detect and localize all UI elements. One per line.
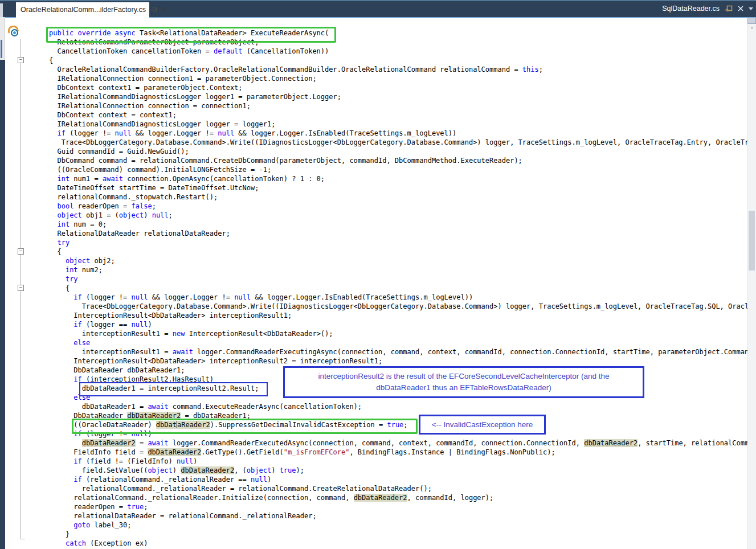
code-line[interactable]: InterceptionResult<DbDataReader> interce… [49, 357, 747, 366]
code-line[interactable]: if (relationalCommand._relationalReader … [49, 475, 747, 484]
code-line[interactable]: CancellationToken cancellationToken = de… [49, 47, 747, 56]
code-token: , startTime, relationalCommand._stopwatc… [638, 439, 747, 447]
code-line[interactable]: OracleRelationalCommandBuilderFactory.Or… [49, 65, 747, 74]
code-token [49, 257, 66, 265]
code-line[interactable]: FieldInfo field = dbDataReader2.GetType(… [49, 448, 747, 457]
code-token: ; [169, 211, 173, 219]
code-line[interactable]: { [49, 247, 747, 256]
code-line[interactable]: if (logger != null && logger.Logger != n… [49, 129, 747, 138]
code-token: (field != (FieldInfo) [82, 457, 177, 465]
close-icon[interactable] [161, 7, 167, 13]
close-preview-icon[interactable] [738, 6, 743, 11]
code-token: , commandId, logger); [407, 494, 494, 502]
code-token [49, 430, 73, 438]
splitter-handle[interactable] [747, 18, 756, 24]
code-token: ).SuppressGetDecimalInvalidCastException… [210, 421, 387, 429]
code-line[interactable]: InterceptionResult<DbDataReader> interce… [49, 311, 747, 320]
code-line[interactable]: int num1 = await connection.OpenAsync(ca… [49, 174, 747, 183]
code-line[interactable]: bool readerOpen = false; [49, 202, 747, 211]
code-token: dbDataReader2 [181, 466, 234, 474]
code-token: ) [267, 476, 271, 484]
code-line[interactable]: Guid commandId = Guid.NewGuid(); [49, 147, 747, 156]
code-line[interactable]: RelationalDataReader relationalDataReade… [49, 229, 747, 238]
fold-toggle-icon[interactable]: − [18, 57, 24, 63]
code-token: ) [144, 211, 152, 219]
code-token: label_30; [90, 521, 131, 529]
code-token: ) [148, 430, 152, 438]
code-token: connection.OpenAsync(cancellationToken) … [123, 175, 325, 183]
code-token: ; [539, 65, 543, 73]
code-line[interactable]: RelationalCommandParameterObject paramet… [49, 38, 747, 47]
tab-preview-document[interactable]: SqlDataReader.cs [662, 0, 756, 17]
code-line[interactable]: relationalCommand._relationalReader.Init… [49, 493, 747, 502]
code-token: logger.CommandReaderExecutedAsync(connec… [169, 439, 585, 447]
code-line[interactable]: if (logger != null && logger.Logger != n… [49, 293, 747, 302]
code-token: Trace<DbLoggerCategory.Database.Command>… [49, 138, 747, 146]
fold-toggle-icon[interactable]: − [18, 285, 24, 291]
vertical-scrollbar[interactable] [747, 18, 756, 549]
fold-toggle-icon[interactable]: − [18, 248, 24, 255]
code-line[interactable]: interceptionResult1 = await logger.Comma… [49, 347, 747, 357]
code-line[interactable]: if (logger != null) [49, 429, 747, 439]
code-line[interactable]: dbDataReader2 = await logger.CommandRead… [49, 439, 747, 448]
code-line[interactable]: readerOpen = true; [49, 502, 747, 511]
code-line[interactable]: { [49, 56, 747, 65]
code-line[interactable]: relationalDataReader = relationalCommand… [49, 511, 747, 521]
code-line[interactable]: } [49, 530, 747, 539]
code-line[interactable]: try [49, 238, 747, 247]
code-line[interactable]: DbContext context = context1; [49, 110, 747, 120]
code-line[interactable]: int num = 0; [49, 220, 747, 229]
code-line[interactable]: relationalCommand._relationalReader = re… [49, 484, 747, 493]
code-line[interactable]: object obj1 = (object) null; [49, 211, 747, 220]
tab-active-document[interactable]: OracleRelationalComm...ilderFactory.cs [16, 2, 149, 17]
code-token: dbDataReader2 [82, 439, 136, 447]
code-line[interactable]: DbDataReader dbDataReader2 = dbDataReade… [49, 411, 747, 420]
preview-tab-label: SqlDataReader.cs [662, 5, 720, 13]
code-token: public override async [49, 29, 140, 37]
code-token: "m_isFromEFCore" [284, 448, 350, 456]
code-token: ) [173, 466, 181, 474]
code-line[interactable]: if (field != (FieldInfo) null) [49, 457, 747, 466]
code-token: null [251, 476, 267, 484]
bookmark-marker-icon[interactable] [7, 26, 19, 39]
code-token: if [73, 293, 81, 301]
tab-list-dropdown-icon[interactable] [749, 7, 753, 10]
code-line[interactable]: object obj2; [49, 256, 747, 265]
code-line[interactable]: goto label_30; [49, 521, 747, 530]
code-line[interactable]: Trace<DbLoggerCategory.Database.Command>… [49, 302, 747, 311]
code-token: RelationalCommandParameterObject paramet… [49, 38, 259, 46]
scrollbar-thumb[interactable] [749, 211, 755, 271]
code-line[interactable]: DateTimeOffset startTime = DateTimeOffse… [49, 183, 747, 192]
code-line[interactable]: catch (Exception ex) [49, 539, 747, 548]
code-line[interactable]: IRelationalConnection connection1 = para… [49, 74, 747, 83]
code-area[interactable]: public override async Task<RelationalDat… [49, 28, 747, 549]
marker-dot [11, 29, 18, 36]
left-pane-accent [1, 40, 2, 58]
code-line[interactable]: IRelationalCommandDiagnosticsLogger logg… [49, 120, 747, 129]
code-line[interactable]: interceptionResult1 = new InterceptionRe… [49, 329, 747, 338]
code-line[interactable]: DbCommand command = relationalCommand.Cr… [49, 156, 747, 165]
code-token [49, 211, 57, 219]
code-line[interactable]: dbDataReader1 = await command.ExecuteRea… [49, 402, 747, 411]
code-line[interactable]: try [49, 274, 747, 284]
code-line[interactable]: { [49, 284, 747, 293]
scroll-up-icon[interactable]: ⌃ [748, 26, 756, 33]
promote-preview-tab-icon[interactable] [725, 5, 733, 12]
code-line[interactable]: Trace<DbLoggerCategory.Database.Command>… [49, 138, 747, 147]
code-line[interactable]: IRelationalCommandDiagnosticsLogger logg… [49, 92, 747, 101]
code-line[interactable]: public override async Task<RelationalDat… [49, 28, 747, 38]
code-token: command.ExecuteReaderAsync(cancellationT… [169, 403, 362, 411]
code-line[interactable]: field.SetValue((object) dbDataReader2, (… [49, 466, 747, 475]
pin-icon[interactable] [150, 6, 157, 13]
code-line[interactable]: else [49, 338, 747, 347]
code-line[interactable]: ((OracleCommand) command).InitialLONGFet… [49, 165, 747, 174]
code-line[interactable]: int num2; [49, 265, 747, 274]
code-line[interactable]: IRelationalConnection connection = conne… [49, 101, 747, 110]
code-line[interactable]: if (logger == null) [49, 320, 747, 329]
code-line[interactable]: relationalCommand._stopwatch.Restart(); [49, 192, 747, 202]
code-token: ) [271, 466, 279, 474]
code-line[interactable]: DbContext context1 = parameterObject.Con… [49, 83, 747, 92]
code-line[interactable]: ((OracleDataReader) dbDataReader2).Suppr… [49, 420, 747, 429]
code-token: ; [144, 503, 148, 511]
code-token [49, 220, 57, 228]
